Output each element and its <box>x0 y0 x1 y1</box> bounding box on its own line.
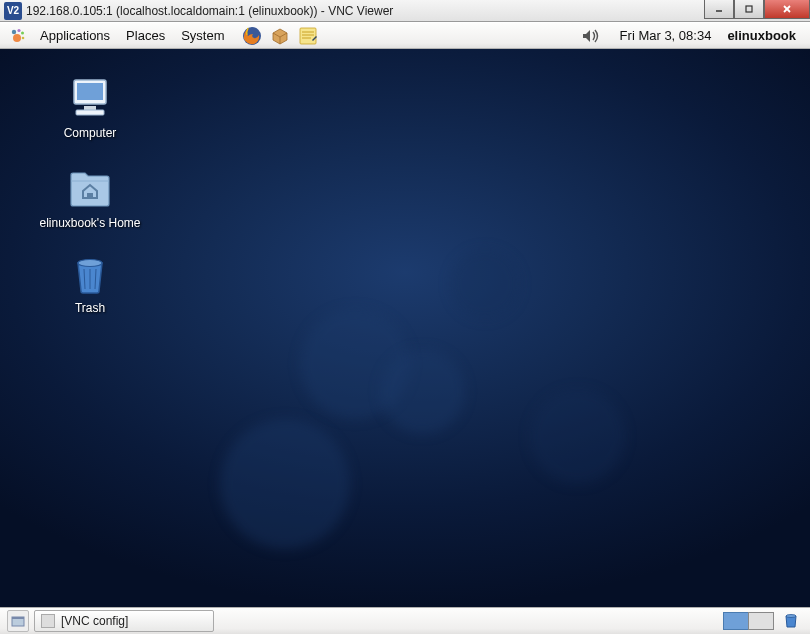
clock[interactable]: Fri Mar 3, 08:34 <box>610 28 722 43</box>
trash-icon <box>66 249 114 297</box>
close-icon <box>781 3 793 15</box>
text-editor-launcher[interactable] <box>296 24 320 48</box>
wallpaper-circle <box>450 249 520 319</box>
maximize-button[interactable] <box>734 0 764 19</box>
minimize-button[interactable] <box>704 0 734 19</box>
speaker-icon <box>580 25 602 47</box>
taskbar-item-label: [VNC config] <box>61 614 128 628</box>
desktop-icon-home[interactable]: elinuxbook's Home <box>30 164 150 230</box>
computer-icon <box>66 74 114 122</box>
svg-rect-16 <box>84 106 96 110</box>
svg-point-8 <box>22 36 25 39</box>
window-controls <box>704 0 810 19</box>
menu-applications[interactable]: Applications <box>32 22 118 49</box>
desktop[interactable]: Computer elinuxbook's Home Trash <box>0 49 810 607</box>
svg-point-6 <box>21 31 24 34</box>
wallpaper-circle <box>220 419 350 549</box>
svg-point-7 <box>13 34 21 42</box>
notepad-icon <box>297 25 319 47</box>
menu-system[interactable]: System <box>173 22 232 49</box>
svg-point-4 <box>12 29 16 33</box>
svg-rect-18 <box>87 193 93 198</box>
close-button[interactable] <box>764 0 810 19</box>
box-icon <box>269 25 291 47</box>
workspace-2[interactable] <box>748 612 774 630</box>
window-title: 192.168.0.105:1 (localhost.localdomain:1… <box>26 4 393 18</box>
user-menu[interactable]: elinuxbook <box>721 28 806 43</box>
trash-applet[interactable] <box>781 610 803 632</box>
gnome-foot-icon[interactable] <box>8 26 28 46</box>
gnome-bottom-panel: [VNC config] <box>0 607 810 634</box>
desktop-icon-label: Trash <box>75 301 105 315</box>
taskbar-item-vnc-config[interactable]: [VNC config] <box>34 610 214 632</box>
svg-point-25 <box>786 615 796 618</box>
desktop-icon-trash[interactable]: Trash <box>30 249 150 315</box>
trash-icon <box>781 610 801 630</box>
svg-point-5 <box>17 28 20 31</box>
gnome-top-panel: Applications Places System Fri Mar 3, 08… <box>0 22 810 49</box>
window-icon <box>41 614 55 628</box>
window-titlebar: V2 192.168.0.105:1 (localhost.localdomai… <box>0 0 810 22</box>
svg-rect-10 <box>300 28 316 44</box>
maximize-icon <box>744 4 754 14</box>
workspace-switcher[interactable] <box>724 612 774 630</box>
svg-point-19 <box>78 260 102 267</box>
show-desktop-icon <box>10 613 26 629</box>
volume-applet[interactable] <box>580 25 602 47</box>
vnc-logo-icon: V2 <box>4 2 22 20</box>
wallpaper-circle <box>530 389 625 484</box>
firefox-launcher[interactable] <box>240 24 264 48</box>
svg-rect-24 <box>12 617 24 619</box>
firefox-icon <box>241 25 263 47</box>
package-manager-launcher[interactable] <box>268 24 292 48</box>
svg-rect-17 <box>76 110 104 115</box>
desktop-icon-label: elinuxbook's Home <box>39 216 140 230</box>
desktop-icon-label: Computer <box>64 126 117 140</box>
vnc-content: Applications Places System Fri Mar 3, 08… <box>0 22 810 634</box>
wallpaper-circle <box>380 349 465 434</box>
svg-rect-15 <box>77 83 103 100</box>
minimize-icon <box>714 4 724 14</box>
desktop-icon-computer[interactable]: Computer <box>30 74 150 140</box>
show-desktop-button[interactable] <box>7 610 29 632</box>
workspace-1[interactable] <box>723 612 749 630</box>
menu-places[interactable]: Places <box>118 22 173 49</box>
home-folder-icon <box>66 164 114 212</box>
svg-rect-1 <box>746 6 752 12</box>
